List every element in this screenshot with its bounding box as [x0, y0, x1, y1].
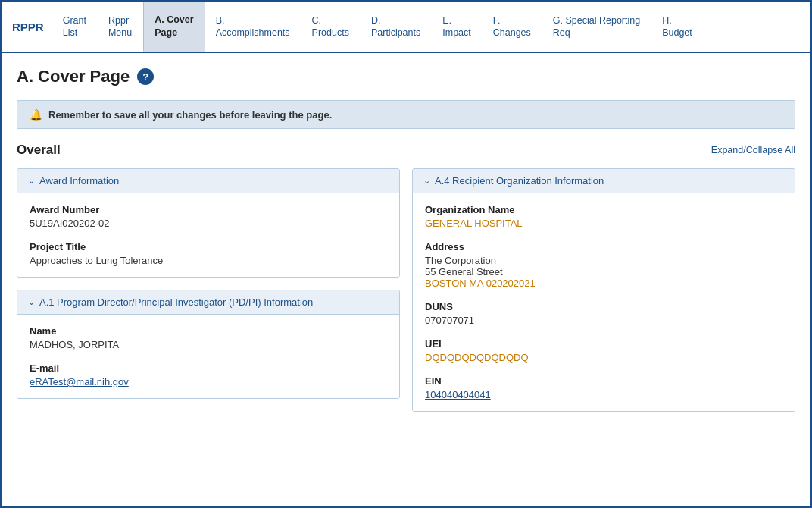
- org-uei-value: DQDQDQDQDQDQDQ: [425, 352, 782, 363]
- org-name-label: Organization Name: [425, 204, 782, 215]
- nav-cover-page-label: A. CoverPage: [155, 14, 193, 39]
- alert-message: Remember to save all your changes before…: [48, 109, 332, 121]
- main-content: A. Cover Page ? 🔔 Remember to save all y…: [2, 53, 810, 425]
- nav-changes-label: F.Changes: [493, 14, 531, 39]
- nav-products[interactable]: C.Products: [301, 2, 361, 52]
- org-address-line3: BOSTON MA 020202021: [425, 278, 782, 289]
- panels-grid: ⌄ Award Information Award Number 5U19AI0…: [17, 168, 795, 412]
- pi-email-group: E-mail eRATest@mail.nih.gov: [30, 362, 387, 387]
- org-info-body: Organization Name GENERAL HOSPITAL Addre…: [413, 193, 795, 411]
- pi-email-label: E-mail: [30, 362, 387, 374]
- nav-participants-label: D.Participants: [371, 14, 420, 39]
- pi-info-header-label: A.1 Program Director/Principal Investiga…: [39, 296, 313, 308]
- nav-grant-list-label: GrantList: [63, 14, 86, 39]
- nav-budget-label: H.Budget: [662, 14, 692, 39]
- help-icon[interactable]: ?: [137, 68, 154, 85]
- award-info-panel: ⌄ Award Information Award Number 5U19AI0…: [17, 168, 400, 278]
- award-info-body: Award Number 5U19AI020202-02 Project Tit…: [17, 193, 399, 277]
- bell-icon: 🔔: [30, 108, 42, 121]
- top-nav: RPPR GrantList RpprMenu A. CoverPage B.A…: [2, 2, 810, 53]
- page-title: A. Cover Page: [17, 67, 130, 86]
- project-title-label: Project Title: [30, 241, 387, 252]
- org-address-line1: The Corporation: [425, 255, 782, 266]
- pi-email-value[interactable]: eRATest@mail.nih.gov: [30, 376, 387, 387]
- pi-name-value: MADHOS, JORPITA: [30, 339, 387, 350]
- org-address-label: Address: [425, 241, 782, 252]
- pi-name-label: Name: [30, 325, 387, 337]
- org-ein-group: EIN 104040404041: [425, 375, 782, 400]
- left-column: ⌄ Award Information Award Number 5U19AI0…: [17, 168, 400, 412]
- award-info-chevron: ⌄: [28, 176, 35, 186]
- org-info-panel: ⌄ A.4 Recipient Organization Information…: [412, 168, 795, 412]
- org-duns-label: DUNS: [425, 301, 782, 312]
- org-address-line2: 55 General Street: [425, 266, 782, 278]
- org-info-header-label: A.4 Recipient Organization Information: [435, 175, 604, 187]
- pi-info-body: Name MADHOS, JORPITA E-mail eRATest@mail…: [17, 315, 399, 398]
- org-duns-value: 070707071: [425, 315, 782, 326]
- nav-special-reporting-label: G. Special ReportingReq: [553, 14, 640, 39]
- section-title: Overall: [17, 143, 61, 158]
- org-uei-label: UEI: [425, 338, 782, 350]
- nav-products-label: C.Products: [312, 14, 349, 39]
- project-title-group: Project Title Approaches to Lung Toleran…: [30, 241, 387, 266]
- award-info-header-label: Award Information: [39, 175, 119, 187]
- nav-impact-label: E.Impact: [442, 14, 471, 39]
- org-info-header[interactable]: ⌄ A.4 Recipient Organization Information: [413, 169, 795, 193]
- org-duns-group: DUNS 070707071: [425, 301, 782, 326]
- nav-participants[interactable]: D.Participants: [361, 2, 432, 52]
- award-number-group: Award Number 5U19AI020202-02: [30, 204, 387, 229]
- nav-rppr-menu[interactable]: RpprMenu: [98, 2, 143, 52]
- rppr-logo: RPPR: [2, 2, 52, 52]
- org-name-group: Organization Name GENERAL HOSPITAL: [425, 204, 782, 229]
- nav-changes[interactable]: F.Changes: [483, 2, 542, 52]
- page-title-row: A. Cover Page ?: [17, 67, 795, 86]
- nav-accomplishments-label: B.Accomplishments: [216, 14, 290, 39]
- org-name-value: GENERAL HOSPITAL: [425, 218, 782, 229]
- project-title-value: Approaches to Lung Tolerance: [30, 255, 387, 266]
- org-uei-group: UEI DQDQDQDQDQDQDQ: [425, 338, 782, 363]
- pi-info-header[interactable]: ⌄ A.1 Program Director/Principal Investi…: [17, 290, 399, 315]
- pi-info-chevron: ⌄: [28, 297, 35, 307]
- pi-info-panel: ⌄ A.1 Program Director/Principal Investi…: [17, 290, 400, 399]
- nav-accomplishments[interactable]: B.Accomplishments: [205, 2, 301, 52]
- right-column: ⌄ A.4 Recipient Organization Information…: [412, 168, 795, 412]
- org-info-chevron: ⌄: [423, 176, 430, 186]
- org-ein-label: EIN: [425, 375, 782, 387]
- nav-special-reporting[interactable]: G. Special ReportingReq: [542, 2, 651, 52]
- nav-items: GrantList RpprMenu A. CoverPage B.Accomp…: [52, 2, 810, 52]
- nav-cover-page[interactable]: A. CoverPage: [143, 2, 205, 52]
- alert-banner: 🔔 Remember to save all your changes befo…: [17, 100, 795, 129]
- award-number-value: 5U19AI020202-02: [30, 218, 387, 229]
- nav-budget[interactable]: H.Budget: [651, 2, 704, 52]
- award-info-header[interactable]: ⌄ Award Information: [17, 169, 399, 193]
- org-address-group: Address The Corporation 55 General Stree…: [425, 241, 782, 289]
- nav-grant-list[interactable]: GrantList: [52, 2, 98, 52]
- award-number-label: Award Number: [30, 204, 387, 215]
- org-ein-value[interactable]: 104040404041: [425, 389, 782, 400]
- pi-name-group: Name MADHOS, JORPITA: [30, 325, 387, 350]
- nav-rppr-menu-label: RpprMenu: [108, 14, 132, 39]
- expand-collapse-link[interactable]: Expand/Collapse All: [711, 145, 795, 155]
- nav-impact[interactable]: E.Impact: [432, 2, 483, 52]
- section-header-row: Overall Expand/Collapse All: [17, 143, 795, 158]
